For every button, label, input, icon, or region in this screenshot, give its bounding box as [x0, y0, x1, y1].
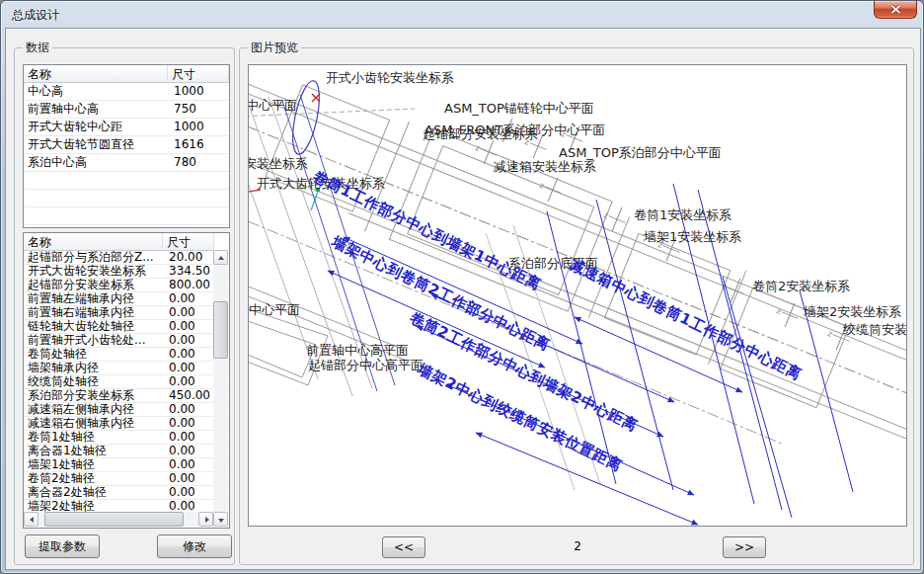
- table-row[interactable]: 开式大齿轮安装坐标系334.50: [24, 265, 229, 279]
- cell-value: [168, 207, 229, 224]
- cell-value: 0.00: [163, 417, 214, 430]
- column-header[interactable]: 尺寸: [168, 65, 229, 83]
- scroll-left-button[interactable]: [24, 512, 38, 527]
- table-row[interactable]: 系泊中心高780: [24, 154, 229, 172]
- cell-value: [168, 225, 229, 228]
- data-groupbox: 数据 名称尺寸中心高1000前置轴中心高750开式大齿轮中心距1000开式大齿轮…: [14, 47, 235, 565]
- cell-name: 减速箱左侧轴承内径: [24, 403, 163, 416]
- vscroll-thumb[interactable]: [213, 301, 228, 359]
- drawing-annotation: 墙架2安装坐标系: [803, 304, 901, 319]
- table-row[interactable]: 减速箱左侧轴承内径0.00: [24, 403, 229, 417]
- cell-name: 起锚部分与系泊部分Z...: [24, 251, 163, 264]
- cell-value: 0.00: [163, 403, 214, 416]
- modify-button[interactable]: 修改: [157, 534, 232, 558]
- titlebar[interactable]: 总成设计: [1, 1, 923, 28]
- scroll-down-button[interactable]: [213, 512, 228, 527]
- cell-name: 离合器1处轴径: [24, 445, 163, 457]
- cell-value: 20.00: [163, 251, 214, 264]
- drawing-annotation: 轮安装坐标系: [249, 156, 308, 171]
- drawing-annotation: 墙架1安装坐标系: [643, 229, 741, 244]
- parameters-table-main[interactable]: 名称尺寸中心高1000前置轴中心高750开式大齿轮中心距1000开式大齿轮节圆直…: [23, 64, 230, 228]
- table-row[interactable]: 卷筒2处轴径0.00: [24, 472, 229, 486]
- column-header[interactable]: 名称: [24, 65, 168, 83]
- cell-name: 开式大齿轮安装坐标系: [24, 265, 163, 278]
- coordinate-axis-icon: z: [718, 274, 748, 306]
- extract-parameters-button[interactable]: 提取参数: [25, 534, 100, 558]
- table-row[interactable]: 中心高1000: [24, 83, 229, 101]
- table-row[interactable]: [24, 190, 229, 207]
- cell-name: 起锚部分安装坐标系: [24, 279, 163, 291]
- cell-name: 开式大齿轮节圆直径: [24, 136, 168, 153]
- prev-page-button[interactable]: <<: [382, 536, 425, 558]
- cell-value: 1000: [168, 83, 229, 100]
- table-row[interactable]: 墙架1处轴径0.00: [24, 458, 229, 472]
- table-row[interactable]: 卷筒1处轴径0.00: [24, 431, 229, 445]
- cell-name: 前置轴左端轴承内径: [24, 292, 163, 305]
- preview-groupbox: 图片预览: [239, 47, 914, 565]
- cell-value: 0.00: [163, 431, 214, 444]
- coordinate-axis-icon: z: [772, 298, 803, 331]
- data-group-label: 数据: [23, 41, 52, 54]
- table-row[interactable]: [24, 225, 229, 228]
- drawing-annotation: 机组中心平面: [249, 302, 300, 317]
- drawing-annotation: 起锚部分安装坐标系: [423, 126, 538, 141]
- cell-name: [24, 225, 168, 228]
- arrow-left-icon: [30, 517, 34, 523]
- close-button[interactable]: [874, 1, 917, 19]
- cell-value: 0.00: [163, 320, 214, 333]
- table-row[interactable]: 绞缆筒处轴径0.00: [24, 375, 229, 389]
- detail-table-hscrollbar[interactable]: [24, 512, 213, 527]
- table-row[interactable]: 卷筒处轴径0.00: [24, 348, 229, 362]
- column-header[interactable]: 名称: [24, 233, 163, 251]
- preview-canvas: zzzzzzzzzz: [248, 64, 907, 527]
- detail-table-vscrollbar[interactable]: [213, 250, 228, 527]
- cell-name: 墙架轴承内径: [24, 362, 163, 374]
- table-row[interactable]: 墙架轴承内径0.00: [24, 362, 229, 375]
- table-row[interactable]: [24, 172, 229, 190]
- parameters-table-detail[interactable]: 名称尺寸起锚部分与系泊部分Z...20.00开式大齿轮安装坐标系334.50起锚…: [23, 232, 230, 529]
- svg-text:z: z: [538, 181, 545, 191]
- coordinate-axis-icon: z: [535, 173, 566, 205]
- svg-text:z: z: [602, 210, 609, 220]
- cell-value: 0.00: [163, 292, 214, 305]
- dimension-annotation: 减速箱中心到卷筒1工作部分中心距离: [567, 255, 805, 383]
- drawing-annotation: 前置轴中心高平面: [306, 343, 409, 358]
- cell-value: 0.00: [163, 306, 214, 319]
- table-row[interactable]: 离合器1处轴径0.00: [24, 445, 229, 458]
- drawing-annotation: 开式小齿轮安装坐标系: [326, 70, 454, 85]
- table-row[interactable]: 减速箱右侧轴承内径0.00: [24, 417, 229, 431]
- table-row[interactable]: 起锚部分与系泊部分Z...20.00: [24, 251, 229, 265]
- table-row[interactable]: 前置轴中心高750: [24, 101, 229, 119]
- svg-text:z: z: [775, 306, 782, 316]
- table-row[interactable]: 开式大齿轮中心距1000: [24, 119, 229, 136]
- cell-value: 1616: [168, 136, 229, 153]
- table-row[interactable]: 开式大齿轮节圆直径1616: [24, 136, 229, 154]
- cell-name: 墙架1处轴径: [24, 458, 163, 471]
- table-row[interactable]: 前置轴左端轴承内径0.00: [24, 292, 229, 306]
- cell-name: 系泊中心高: [24, 154, 168, 171]
- cell-name: 中心高: [24, 83, 168, 100]
- cad-drawing: zzzzzzzzzz: [249, 65, 907, 527]
- column-header[interactable]: 尺寸: [163, 233, 214, 251]
- table-row[interactable]: 前置轴右端轴承内径0.00: [24, 306, 229, 320]
- cell-name: 绞缆筒处轴径: [24, 375, 163, 388]
- scroll-right-button[interactable]: [198, 512, 213, 527]
- cell-name: 前置轴中心高: [24, 101, 168, 118]
- cell-value: 750: [168, 101, 229, 118]
- table-row[interactable]: [24, 207, 229, 225]
- next-page-button[interactable]: >>: [723, 536, 766, 558]
- table-row[interactable]: 系泊部分安装坐标系450.00: [24, 389, 229, 403]
- cell-name: 卷筒1处轴径: [24, 431, 163, 444]
- cell-name: 前置轴右端轴承内径: [24, 306, 163, 319]
- cell-name: [24, 190, 168, 206]
- table-row[interactable]: 起锚部分安装坐标系800.00: [24, 279, 229, 292]
- svg-text:z: z: [826, 329, 833, 339]
- drawing-annotation: 轮中心平面: [249, 98, 297, 113]
- scroll-up-button[interactable]: [213, 250, 228, 265]
- table-row[interactable]: 链轮轴大齿轮处轴径0.00: [24, 320, 229, 334]
- table-row[interactable]: 前置轴开式小齿轮处...0.00: [24, 334, 229, 348]
- hscroll-thumb[interactable]: [44, 512, 184, 527]
- cell-name: 开式大齿轮中心距: [24, 119, 168, 135]
- window-title: 总成设计: [12, 7, 59, 24]
- table-row[interactable]: 离合器2处轴径0.00: [24, 486, 229, 500]
